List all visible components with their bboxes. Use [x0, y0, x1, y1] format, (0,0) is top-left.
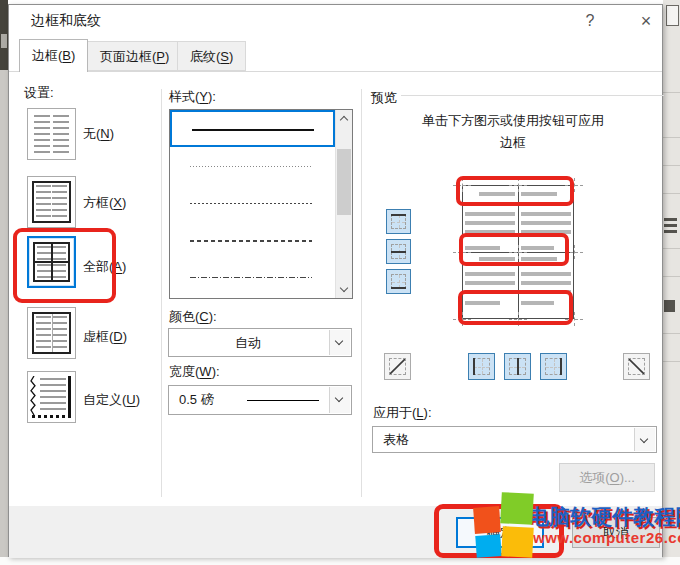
help-icon[interactable]: ?	[575, 8, 605, 34]
diagonal-down-border-toggle[interactable]	[623, 353, 650, 380]
settings-label: 设置:	[24, 84, 54, 102]
preview-text-bar	[521, 221, 571, 225]
width-line-sample	[247, 400, 319, 401]
setting-grid-label[interactable]: 虚框(D)	[83, 328, 127, 346]
setting-none[interactable]	[27, 108, 76, 160]
dialog-title: 边框和底纹	[31, 12, 101, 30]
setting-grid[interactable]	[27, 307, 76, 359]
line-sample-dash-dot	[190, 277, 312, 278]
scroll-up-icon[interactable]	[336, 110, 352, 127]
windows-logo-icon	[501, 526, 534, 558]
windows-logo-icon	[473, 506, 501, 534]
annotation-rect-preview-bottom	[458, 290, 573, 325]
style-list	[169, 109, 353, 299]
preview-text-bar	[465, 212, 515, 216]
color-label: 颜色(C):	[169, 308, 217, 326]
preview-text-bar	[521, 272, 571, 276]
preview-label: 预览	[371, 89, 397, 107]
tab-page-border[interactable]: 页面边框(P)	[87, 41, 182, 71]
background-text-fragment	[1, 34, 7, 48]
diagonal-down-icon	[629, 359, 644, 374]
inside-horizontal-border-toggle[interactable]	[386, 239, 411, 264]
column-divider	[361, 89, 362, 497]
background-window-fragment	[0, 0, 8, 70]
setting-box[interactable]	[27, 176, 76, 228]
scrollbar-thumb[interactable]	[337, 149, 351, 215]
line-sample-dotted	[190, 203, 312, 204]
annotation-rect-all-setting	[13, 228, 116, 303]
chevron-down-icon[interactable]	[329, 330, 350, 355]
style-item-dashed[interactable]	[170, 221, 335, 258]
custom-border-icon	[32, 376, 71, 418]
titlebar: 边框和底纹 ? ×	[9, 5, 662, 37]
preview-text-bar	[465, 272, 515, 276]
annotation-rect-preview-middle	[459, 233, 569, 266]
close-icon[interactable]: ×	[631, 8, 661, 34]
watermark-site-name: 电脑软硬件教程网	[528, 503, 680, 531]
background-document-strip	[663, 0, 680, 557]
zigzag-edge	[30, 376, 37, 415]
apply-to-dropdown[interactable]: 表格	[372, 426, 657, 453]
preview-anchor-mark	[574, 245, 575, 259]
box-border-icon	[32, 181, 71, 223]
options-button[interactable]: 选项(O)...	[559, 463, 655, 492]
preview-text-bar	[521, 281, 571, 285]
tab-shading[interactable]: 底纹(S)	[177, 41, 246, 71]
preview-anchor-mark	[574, 178, 575, 192]
preview-text-bar	[465, 221, 515, 225]
bottom-border-toggle[interactable]	[386, 269, 411, 294]
tab-strip: 边框(B) 页面边框(P) 底纹(S)	[9, 37, 662, 72]
setting-box-label[interactable]: 方框(X)	[83, 194, 126, 212]
line-sample-solid	[192, 129, 314, 131]
style-label: 样式(Y):	[169, 88, 216, 106]
preview-anchor-mark	[574, 312, 575, 326]
line-sample-dotted-fine	[190, 166, 312, 167]
background-window-corner	[666, 5, 679, 26]
setting-none-label[interactable]: 无(N)	[83, 125, 114, 143]
chevron-down-icon[interactable]	[329, 387, 350, 413]
chevron-down-icon[interactable]	[634, 428, 655, 451]
tab-borders[interactable]: 边框(B)	[19, 39, 88, 72]
scroll-down-icon[interactable]	[336, 281, 352, 298]
preview-group-line	[401, 95, 664, 96]
width-value: 0.5 磅	[179, 391, 214, 409]
apply-to-value: 表格	[383, 431, 409, 449]
column-divider	[161, 89, 162, 497]
style-list-items	[170, 110, 335, 298]
annotation-rect-preview-top	[456, 176, 574, 206]
grid-border-icon	[32, 312, 71, 354]
color-value: 自动	[169, 334, 327, 352]
diagonal-up-border-toggle[interactable]	[384, 353, 411, 380]
apply-to-label: 应用于(L):	[373, 404, 432, 422]
setting-custom-label[interactable]: 自定义(U)	[83, 391, 140, 409]
preview-text-bar	[521, 212, 571, 216]
preview-hint-line2: 边框	[367, 134, 659, 152]
windows-logo-icon	[500, 492, 534, 525]
width-label: 宽度(W):	[169, 363, 220, 381]
color-dropdown[interactable]: 自动	[168, 328, 352, 357]
setting-custom[interactable]	[27, 371, 76, 423]
line-sample-dashed	[190, 240, 312, 242]
left-border-toggle[interactable]	[468, 353, 495, 380]
style-item-dotted[interactable]	[170, 184, 335, 221]
top-border-toggle[interactable]	[386, 209, 411, 234]
style-item-dotted-fine[interactable]	[170, 147, 335, 184]
style-item-solid[interactable]	[170, 110, 335, 147]
style-item-dash-dot[interactable]	[170, 258, 335, 295]
diagonal-up-icon	[390, 359, 405, 374]
style-list-scrollbar[interactable]	[335, 110, 352, 298]
watermark-site-url: www.computer26.com	[533, 529, 680, 546]
preview-text-bar	[465, 281, 515, 285]
background-left-strip	[0, 0, 8, 557]
background-bottom-strip	[0, 557, 680, 565]
screen: 边框和底纹 ? × 边框(B) 页面边框(P) 底纹(S) 设置: 无(N) 方…	[0, 0, 680, 565]
preview-hint-line1: 单击下方图示或使用按钮可应用	[367, 112, 659, 130]
right-border-toggle[interactable]	[540, 353, 567, 380]
windows-logo-icon	[475, 534, 501, 558]
inside-vertical-border-toggle[interactable]	[504, 353, 531, 380]
width-dropdown[interactable]: 0.5 磅	[168, 385, 352, 415]
none-border-icon	[32, 113, 71, 155]
